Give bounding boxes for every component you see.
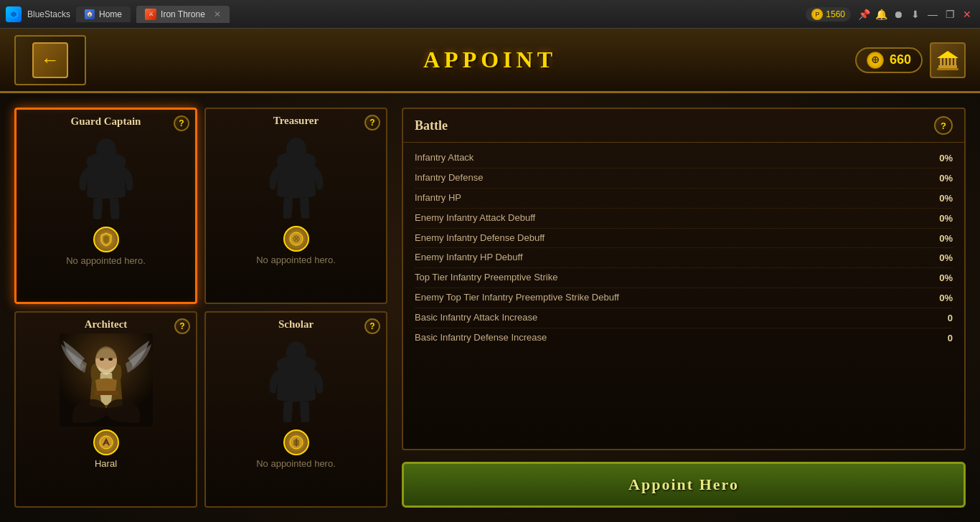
download-btn[interactable]: ⬇ (908, 7, 923, 22)
stat-row-8: Basic Infantry Attack Increase 0 (415, 308, 953, 328)
role-help-treasurer[interactable]: ? (364, 115, 380, 130)
bank-button[interactable] (930, 42, 966, 78)
appoint-hero-button[interactable]: Appoint Hero (402, 462, 966, 508)
stat-name-6: Top Tier Infantry Preemptive Strike (415, 272, 920, 284)
role-title-architect: Architect (85, 318, 128, 331)
stat-row-9: Basic Infantry Defense Increase 0 (415, 328, 953, 348)
points-value: 1560 (826, 9, 845, 19)
close-btn[interactable]: ✕ (960, 7, 974, 22)
bluestacks-logo (6, 6, 22, 22)
stat-name-0: Infantry Attack (415, 152, 920, 164)
gold-amount: 660 (890, 52, 911, 67)
role-title-guard-captain: Guard Captain (71, 115, 141, 128)
svg-marker-8 (937, 51, 958, 58)
back-button[interactable]: ← (32, 42, 68, 78)
pin-btn[interactable]: 📌 (857, 7, 871, 22)
role-card-guard-captain[interactable]: Guard Captain ? (14, 108, 197, 304)
role-status-scholar: No appointed hero. (256, 458, 336, 469)
role-help-scholar[interactable]: ? (364, 318, 380, 334)
svg-rect-7 (954, 58, 956, 65)
header-left: ← (14, 35, 86, 85)
main-content: Guard Captain ? (0, 93, 980, 522)
silhouette-treasurer (253, 130, 339, 223)
gold-icon: ⊕ (867, 52, 884, 69)
stat-name-7: Enemy Top Tier Infantry Preemptive Strik… (415, 292, 920, 304)
role-card-architect[interactable]: Architect ? (14, 311, 197, 508)
stat-name-4: Enemy Infantry Defense Debuff (415, 232, 920, 245)
stat-value-3: 0% (928, 213, 953, 224)
restore-btn[interactable]: ❐ (943, 7, 957, 22)
stat-value-5: 0% (928, 252, 953, 263)
roles-panel: Guard Captain ? (14, 108, 387, 508)
svg-rect-2 (938, 65, 957, 68)
gold-counter: ⊕ 660 (855, 47, 923, 73)
stat-row-2: Infantry HP 0% (415, 189, 953, 209)
stat-row-0: Infantry Attack 0% (415, 148, 953, 169)
header-right: ⊕ 660 (855, 42, 966, 78)
role-card-scholar[interactable]: Scholar ? (204, 311, 387, 508)
stat-value-4: 0% (928, 233, 953, 244)
page-title: APPOINT (423, 47, 557, 73)
game-header: ← APPOINT ⊕ 660 (0, 29, 980, 93)
stats-help-button[interactable]: ? (934, 116, 953, 135)
stat-row-4: Enemy Infantry Defense Debuff 0% (415, 229, 953, 249)
role-title-scholar: Scholar (278, 318, 314, 331)
minimize-btn[interactable]: — (925, 7, 940, 22)
stats-list: Infantry Attack 0% Infantry Defense 0% I… (403, 143, 964, 449)
stat-name-2: Infantry HP (415, 192, 920, 204)
record-btn[interactable]: ⏺ (891, 7, 905, 22)
back-arrow-icon: ← (41, 49, 60, 71)
role-help-architect[interactable]: ? (174, 318, 190, 334)
stat-value-8: 0 (928, 313, 953, 323)
stat-row-3: Enemy Infantry Attack Debuff 0% (415, 209, 953, 229)
points-counter: P 1560 (806, 7, 851, 22)
role-card-treasurer[interactable]: Treasurer ? (204, 108, 387, 304)
tab-close-icon[interactable]: ✕ (214, 9, 221, 19)
role-badge-scholar (283, 430, 309, 455)
svg-point-16 (100, 358, 104, 361)
home-tab[interactable]: 🏠 Home (76, 6, 131, 22)
role-badge-guard-captain (93, 227, 119, 252)
svg-rect-3 (940, 58, 942, 65)
stats-title: Battle (415, 118, 448, 133)
stats-box: Battle ? Infantry Attack 0% Infantry Def… (402, 108, 966, 450)
home-tab-label: Home (99, 9, 122, 19)
game-tab[interactable]: ⚔ Iron Throne ✕ (136, 6, 230, 23)
role-hero-architect: Haral (95, 458, 117, 469)
bluestacks-bar: BlueStacks 🏠 Home ⚔ Iron Throne ✕ P 1560… (0, 0, 980, 29)
svg-rect-4 (943, 58, 946, 65)
points-icon: P (811, 9, 823, 20)
role-status-guard-captain: No appointed hero. (66, 255, 146, 266)
stat-value-9: 0 (928, 333, 953, 343)
header-title-container: APPOINT (423, 47, 557, 73)
role-badge-treasurer (283, 226, 309, 252)
header-left-ornament: ← (14, 35, 86, 85)
stat-value-0: 0% (928, 153, 953, 163)
game-area: ← APPOINT ⊕ 660 (0, 29, 980, 522)
silhouette-scholar (253, 333, 339, 427)
role-badge-architect (93, 430, 119, 455)
stats-panel: Battle ? Infantry Attack 0% Infantry Def… (402, 108, 966, 508)
bell-btn[interactable]: 🔔 (874, 7, 888, 22)
game-tab-icon: ⚔ (145, 9, 156, 20)
stat-row-6: Top Tier Infantry Preemptive Strike 0% (415, 268, 953, 288)
architect-hero-image (60, 333, 153, 427)
bluestacks-title: BlueStacks (27, 9, 70, 19)
role-status-treasurer: No appointed hero. (256, 255, 336, 265)
stat-row-1: Infantry Defense 0% (415, 169, 953, 189)
stat-value-6: 0% (928, 272, 953, 283)
game-tab-label: Iron Throne (161, 9, 205, 19)
stats-header: Battle ? (403, 109, 964, 143)
svg-rect-18 (94, 391, 118, 395)
stat-value-7: 0% (928, 293, 953, 303)
stat-name-3: Enemy Infantry Attack Debuff (415, 212, 920, 224)
role-help-guard-captain[interactable]: ? (174, 115, 189, 131)
stat-value-1: 0% (928, 173, 953, 184)
stat-name-1: Infantry Defense (415, 172, 920, 184)
svg-rect-9 (937, 68, 958, 70)
stat-name-5: Enemy Infantry HP Debuff (415, 252, 920, 264)
svg-point-19 (100, 436, 113, 449)
stat-row-5: Enemy Infantry HP Debuff 0% (415, 248, 953, 268)
window-controls: 📌 🔔 ⏺ ⬇ — ❐ ✕ (857, 7, 974, 22)
stat-name-8: Basic Infantry Attack Increase (415, 312, 920, 324)
